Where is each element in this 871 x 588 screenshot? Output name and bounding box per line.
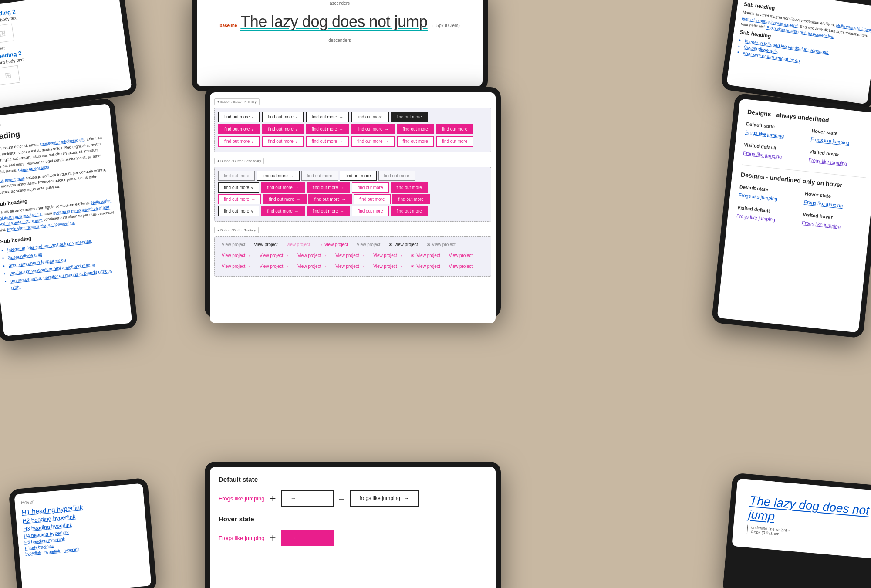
btn-primary-outline-4[interactable]: find out more	[351, 112, 388, 122]
link-visited-hover[interactable]: Frogs like jumping	[808, 157, 847, 166]
btn-tertiary-2[interactable]: View project	[250, 240, 281, 249]
btn-secondary-chevron-2[interactable]: find out more	[218, 206, 259, 216]
link-hover-2[interactable]: Frogs like jumping	[804, 199, 843, 208]
btn-secondary-3[interactable]: find out more	[301, 171, 338, 181]
btn-primary-pink-6[interactable]: find out more	[436, 124, 473, 134]
btn-tertiary-3[interactable]: View project	[283, 240, 314, 249]
visited-default-col: Visited default Frogs like jumping	[743, 142, 803, 162]
tablet-center-screen: ● Button / Button Primary find out more …	[210, 92, 496, 323]
tablet-bot-right: The lazy dog does not jump underline lin…	[722, 473, 871, 588]
btn-secondary-pink-1[interactable]: find out more	[261, 182, 304, 193]
btn-tertiary-pink-envelope-1[interactable]: View project	[408, 251, 443, 260]
btn-primary-outline-3[interactable]: find out more	[306, 112, 349, 122]
btn-secondary-chevron-1[interactable]: find out more	[218, 182, 259, 193]
btn-primary-outline-2[interactable]: find out more	[262, 112, 304, 122]
primary-row-1: find out more find out more find out mor…	[218, 112, 487, 122]
link-visited-default[interactable]: Frogs like jumping	[743, 150, 782, 159]
visited-default-col-2: Visited default Frogs like jumping	[736, 205, 796, 225]
btn-tertiary-pink-7[interactable]: View project	[446, 251, 476, 260]
btn-secondary-2[interactable]: find out more	[257, 171, 299, 181]
default-state-col: Default state Frogs like jumping	[745, 121, 805, 141]
btn-primary-pink-4[interactable]: find out more	[351, 124, 395, 134]
btn-tertiary-pink-11[interactable]: View project →	[332, 262, 368, 271]
link-default[interactable]: Frogs like jumping	[745, 129, 784, 139]
btn-primary-pink-3[interactable]: find out more	[306, 124, 349, 134]
formula-box-arrow: →	[281, 490, 334, 507]
btn-primary-pink-outline-2[interactable]: find out more	[262, 136, 304, 147]
btn-secondary-pink-outline-2[interactable]: find out more	[218, 194, 261, 204]
btn-secondary-4[interactable]: find out more	[340, 171, 376, 181]
tablet-bot-center-screen: Default state Frogs like jumping + → = f…	[210, 467, 496, 588]
btn-primary-pink-outline-6[interactable]: find out more	[436, 136, 473, 147]
tertiary-row-3: View project → View project → View proje…	[218, 262, 487, 271]
btn-tertiary-5[interactable]: View project	[423, 240, 459, 249]
link-hover[interactable]: Frogs like jumping	[810, 136, 850, 145]
secondary-row-3: find out more find out more find out mor…	[218, 194, 487, 204]
secondary-row-4: find out more find out more find out mor…	[218, 206, 487, 216]
btn-secondary-5[interactable]: find out more	[378, 171, 415, 181]
btn-tertiary-pink-envelope-2[interactable]: View project	[408, 262, 443, 271]
btn-tertiary-pink-4[interactable]: View project →	[294, 251, 330, 260]
btn-secondary-pink-5[interactable]: find out more	[308, 194, 352, 204]
btn-tertiary-pink-13[interactable]: View project	[446, 262, 476, 271]
default-state-col-2: Default state Frogs like jumping	[739, 184, 799, 204]
btn-tertiary-pink-6[interactable]: View project →	[370, 251, 406, 260]
btn-secondary-pink-8[interactable]: find out more	[307, 206, 350, 216]
small-link-3[interactable]: hyperlink	[64, 547, 80, 553]
btn-primary-pink-5[interactable]: find out more	[397, 124, 434, 134]
tablet-mid-left: Mobile Heading Lorem ipsum dolor sit ame…	[0, 98, 138, 342]
btn-secondary-pink-outline-1[interactable]: find out more	[352, 182, 388, 193]
hover-text: Frogs like jumping	[219, 535, 265, 541]
btn-tertiary-pink-2[interactable]: View project →	[218, 251, 254, 260]
btn-tertiary-pink-10[interactable]: View project →	[294, 262, 330, 271]
btn-tertiary-pink-5[interactable]: View project →	[332, 251, 368, 260]
btn-primary-pink-outline-4[interactable]: find out more	[351, 136, 395, 147]
primary-section: find out more find out more find out mor…	[214, 108, 491, 152]
baseline-label-text: baseline	[219, 23, 237, 28]
tablet-mid-right-screen: Designs - always underlined Default stat…	[717, 98, 871, 332]
btn-tertiary-pink-8[interactable]: View project →	[218, 262, 254, 271]
btn-secondary-pink-6[interactable]: find out more	[392, 194, 430, 204]
btn-secondary-pink-3[interactable]: find out more	[391, 182, 428, 193]
btn-tertiary-pink-3[interactable]: View project →	[256, 251, 292, 260]
big-text: The lazy dog does not jump	[240, 13, 427, 31]
btn-tertiary-4[interactable]: View project	[353, 240, 384, 249]
btn-primary-pink-outline-5[interactable]: find out more	[397, 136, 434, 147]
tablet-bot-center: Default state Frogs like jumping + → = f…	[205, 462, 501, 588]
side-note: ← 5px (0.3em)	[431, 23, 460, 28]
btn-primary-pink-outline-1[interactable]: find out more	[218, 136, 260, 147]
btn-primary-pink-outline-3[interactable]: find out more	[306, 136, 349, 147]
btn-tertiary-pink-9[interactable]: View project →	[256, 262, 292, 271]
btn-primary-outline-1[interactable]: find out more	[218, 112, 260, 122]
link-default-2[interactable]: Frogs like jumping	[739, 192, 778, 201]
btn-tertiary-envelope-1[interactable]: View project	[385, 240, 421, 249]
small-link-2[interactable]: hyperlink	[44, 549, 61, 554]
btn-primary-dark-1[interactable]: find out more	[391, 112, 428, 122]
tablet-top-left: Heading 2 Card body text ⊞ Hover Heading…	[0, 0, 138, 114]
tablet-mid-left-screen: Mobile Heading Lorem ipsum dolor sit ame…	[0, 104, 132, 336]
result-arrow: →	[404, 495, 409, 501]
visited-hover-col-2: Visited hover Frogs like jumping	[802, 212, 862, 232]
link-visited-default-2[interactable]: Frogs like jumping	[736, 213, 776, 222]
btn-tertiary-pink-1[interactable]: → View project	[315, 240, 351, 249]
btn-secondary-pink-2[interactable]: find out more	[307, 182, 350, 193]
btn-secondary-pink-outline-4[interactable]: find out more	[352, 206, 388, 216]
btn-secondary-pink-7[interactable]: find out more	[261, 206, 304, 216]
plus-icon: +	[270, 492, 276, 504]
tablet-mid-right: Designs - always underlined Default stat…	[711, 93, 871, 338]
btn-secondary-pink-4[interactable]: find out more	[263, 194, 306, 204]
formula-box-arrow-2: →	[281, 530, 334, 546]
small-link-1[interactable]: hyperlink	[25, 550, 41, 556]
btn-tertiary-1[interactable]: View project	[218, 240, 249, 249]
btn-secondary-pink-outline-3[interactable]: find out more	[354, 194, 390, 204]
btn-secondary-1[interactable]: find out more	[218, 171, 255, 181]
btn-primary-pink-2[interactable]: find out more	[262, 124, 304, 134]
result-text: frogs like jumping	[360, 495, 400, 501]
btn-secondary-pink-9[interactable]: find out more	[391, 206, 428, 216]
tablet-top-center-screen: ascenders baseline The lazy dog does not…	[197, 0, 483, 86]
formula-box-result: frogs like jumping →	[350, 490, 419, 507]
link-visited-hover-2[interactable]: Frogs like jumping	[802, 220, 841, 229]
btn-primary-pink-1[interactable]: find out more	[218, 124, 260, 134]
btn-tertiary-pink-12[interactable]: View project →	[370, 262, 406, 271]
tablet-center: ● Button / Button Primary find out more …	[205, 87, 501, 318]
